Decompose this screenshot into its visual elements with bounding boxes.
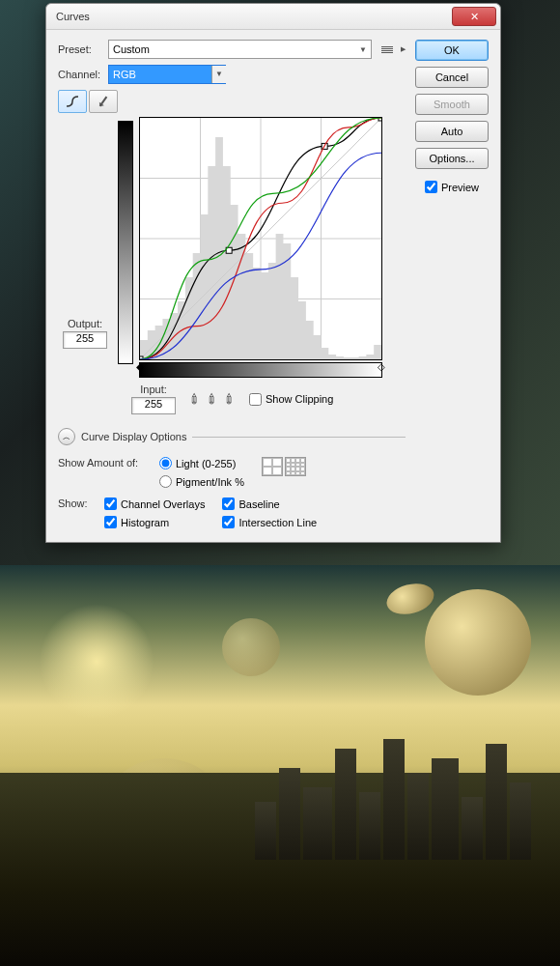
curves-dialog: Curves ✕ Preset: Custom ▼ ▶ Channel: RGB… [45, 3, 501, 543]
pigment-radio[interactable]: Pigment/Ink % [159, 475, 244, 488]
gray-eyedropper-icon[interactable]: ✐ [203, 389, 222, 409]
black-point-slider[interactable]: ◆ [136, 361, 144, 372]
result-image [0, 565, 560, 966]
chevron-down-icon: ▼ [211, 66, 226, 83]
curve-lines [140, 118, 381, 359]
preset-label: Preset: [58, 43, 102, 55]
grid-fine-button[interactable] [285, 457, 306, 476]
pencil-tool-button[interactable] [89, 90, 118, 113]
white-point-slider[interactable]: ◇ [378, 361, 385, 372]
light-radio[interactable]: Light (0-255) [159, 457, 244, 469]
display-options-toggle[interactable]: ︿ [58, 428, 75, 445]
intersection-line-checkbox[interactable]: Intersection Line [222, 516, 317, 528]
close-button[interactable]: ✕ [452, 7, 496, 26]
curve-tool-button[interactable] [58, 90, 87, 113]
output-gradient [118, 121, 133, 364]
show-label: Show: [58, 497, 95, 528]
baseline-checkbox[interactable]: Baseline [222, 497, 317, 510]
chevron-down-icon: ▼ [359, 45, 367, 54]
background-image-top: Curves ✕ Preset: Custom ▼ ▶ Channel: RGB… [0, 0, 560, 565]
show-amount-label: Show Amount of: [58, 457, 150, 488]
options-button[interactable]: Options... [415, 148, 489, 169]
smooth-button[interactable]: Smooth [415, 94, 489, 115]
channel-overlays-checkbox[interactable]: Channel Overlays [104, 497, 205, 510]
menu-triangle-icon: ▶ [401, 45, 406, 53]
output-label: Output: [68, 318, 102, 329]
preset-value: Custom [113, 43, 150, 55]
divider [192, 437, 406, 438]
chevron-up-icon: ︿ [63, 432, 70, 442]
channel-value: RGB [113, 69, 136, 80]
input-field[interactable]: 255 [131, 397, 176, 414]
channel-label: Channel: [58, 69, 102, 80]
show-clipping-checkbox[interactable]: Show Clipping [249, 393, 333, 406]
dialog-title: Curves [56, 11, 452, 22]
cancel-button[interactable]: Cancel [415, 67, 489, 88]
histogram-checkbox[interactable]: Histogram [104, 516, 205, 528]
curve-graph[interactable] [139, 117, 382, 360]
pencil-icon [99, 97, 108, 107]
close-icon: ✕ [470, 11, 479, 23]
ok-button[interactable]: OK [415, 40, 489, 61]
display-options-label: Curve Display Options [81, 431, 186, 442]
auto-button[interactable]: Auto [415, 121, 489, 142]
grid-coarse-button[interactable] [262, 457, 283, 476]
black-eyedropper-icon[interactable]: ✐ [185, 389, 205, 409]
white-eyedropper-icon[interactable]: ✐ [220, 389, 239, 409]
preset-select[interactable]: Custom ▼ [108, 40, 372, 59]
preset-menu-icon[interactable] [381, 46, 393, 53]
titlebar[interactable]: Curves ✕ [46, 4, 500, 30]
input-label: Input: [140, 384, 167, 395]
output-field[interactable]: 255 [63, 331, 107, 349]
channel-select[interactable]: RGB ▼ [108, 65, 226, 84]
input-gradient: ◆ ◇ [139, 362, 382, 378]
preview-checkbox[interactable]: Preview [425, 181, 479, 193]
